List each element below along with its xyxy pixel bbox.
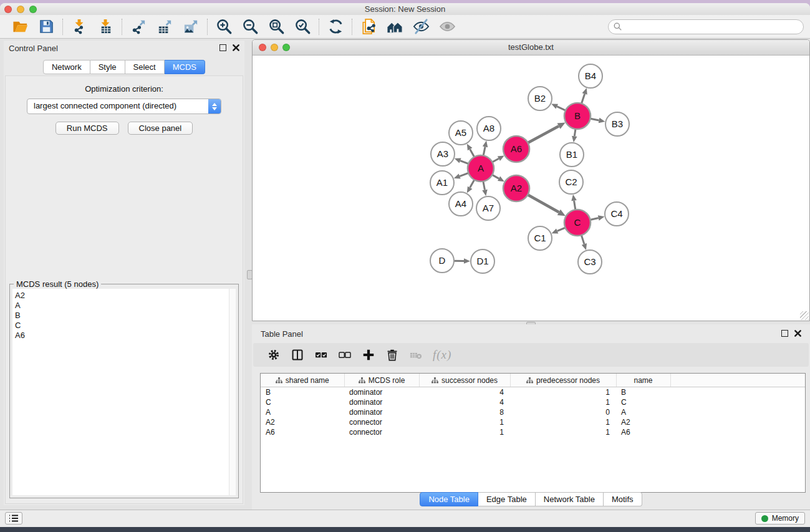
delete-column-button[interactable]	[385, 347, 399, 362]
mcds-result-item[interactable]: B	[15, 311, 229, 321]
table-row[interactable]: Adominator80A	[261, 407, 805, 417]
zoom-selected-button[interactable]	[292, 17, 313, 36]
table-cell[interactable]: 1	[510, 387, 616, 398]
table-cell[interactable]: C	[261, 397, 344, 407]
network-minimize-button[interactable]	[271, 44, 278, 51]
table-cell[interactable]: 0	[510, 407, 616, 417]
close-panel-button[interactable]: Close panel	[128, 122, 193, 135]
zoom-fit-button[interactable]	[266, 17, 287, 36]
memory-button[interactable]: Memory	[755, 512, 805, 525]
table-row[interactable]: Cdominator41C	[261, 397, 805, 407]
export-table-button[interactable]	[154, 17, 175, 36]
deselect-all-rows-button[interactable]	[338, 347, 352, 362]
table-cell[interactable]: B	[616, 387, 670, 398]
table-row[interactable]: A2connector11A2	[261, 417, 805, 427]
table-cell[interactable]: 1	[510, 397, 616, 407]
mcds-result-item[interactable]: A6	[15, 331, 229, 341]
graph-node-label: B2	[534, 93, 546, 104]
column-header-shared-name[interactable]: shared name	[261, 374, 344, 387]
show-task-history-button[interactable]	[5, 512, 22, 525]
table-cell[interactable]: C	[616, 397, 670, 407]
table-cell[interactable]: A	[616, 407, 670, 417]
tab-select[interactable]: Select	[125, 60, 165, 74]
close-table-panel-icon[interactable]	[794, 330, 801, 337]
close-window-button[interactable]	[4, 6, 12, 13]
tab-network-table[interactable]: Network Table	[536, 492, 604, 506]
table-cell[interactable]: A6	[261, 427, 344, 437]
column-header-predecessor-nodes[interactable]: predecessor nodes	[510, 374, 616, 387]
export-image-button[interactable]	[180, 17, 201, 36]
tab-style[interactable]: Style	[90, 60, 125, 74]
column-header-name[interactable]: name	[616, 374, 670, 387]
float-table-panel-icon[interactable]	[781, 330, 788, 337]
table-cell[interactable]: A6	[616, 427, 670, 437]
zoom-window-button[interactable]	[29, 6, 37, 13]
zoom-out-button[interactable]	[239, 17, 261, 36]
tab-mcds[interactable]: MCDS	[165, 60, 205, 74]
mcds-result-item[interactable]: C	[15, 321, 229, 331]
run-mcds-button[interactable]: Run MCDS	[55, 122, 119, 135]
hide-panels-button[interactable]	[410, 17, 432, 36]
table-cell[interactable]: connector	[344, 427, 419, 437]
new-session-from-selection-button[interactable]	[358, 17, 379, 36]
home-button[interactable]	[384, 17, 405, 36]
table-settings-button[interactable]	[267, 347, 281, 362]
table-cell[interactable]: connector	[344, 417, 419, 427]
open-file-button[interactable]	[9, 17, 31, 36]
table-cell[interactable]: 1	[510, 427, 616, 437]
table-row[interactable]: A6connector11A6	[261, 427, 805, 437]
edge-arrowhead	[598, 215, 605, 220]
table-row[interactable]: Bdominator41B	[261, 387, 805, 398]
network-zoom-button[interactable]	[282, 44, 290, 51]
add-column-button[interactable]	[362, 347, 375, 362]
show-panels-button[interactable]	[436, 17, 458, 36]
search-field[interactable]	[608, 19, 804, 34]
export-network-button[interactable]	[128, 17, 149, 36]
window-resize-grip[interactable]	[800, 311, 809, 320]
toggle-panel-layout-button[interactable]	[291, 347, 304, 362]
import-table-button[interactable]	[95, 17, 116, 36]
table-cell[interactable]: 1	[419, 417, 510, 427]
tab-edge-table[interactable]: Edge Table	[478, 492, 536, 506]
float-panel-icon[interactable]	[219, 44, 226, 51]
table-cell[interactable]: 1	[510, 417, 616, 427]
function-builder-button[interactable]: f(x)	[433, 347, 451, 362]
search-input[interactable]	[625, 21, 798, 33]
table-cell[interactable]: 8	[419, 407, 510, 417]
import-network-button[interactable]	[69, 17, 90, 36]
network-close-button[interactable]	[259, 44, 266, 51]
table-cell[interactable]: A2	[261, 417, 344, 427]
column-header-mcds-role[interactable]: MCDS role	[344, 374, 419, 387]
table-cell[interactable]: A	[261, 407, 344, 417]
table-cell[interactable]: 4	[419, 397, 510, 407]
minimize-window-button[interactable]	[17, 6, 24, 13]
mcds-result-item[interactable]: A2	[15, 291, 229, 301]
graph-node-label: A8	[483, 123, 494, 133]
table-toolbar: f(x)	[253, 343, 809, 367]
criterion-select[interactable]: largest connected component (directed)	[27, 99, 221, 114]
table-cell[interactable]: dominator	[344, 407, 419, 417]
table-cell[interactable]: B	[261, 387, 344, 398]
zoom-in-button[interactable]	[213, 17, 234, 36]
result-list-scrollbar[interactable]	[229, 289, 236, 495]
refresh-button[interactable]	[325, 17, 346, 36]
mcds-result-item[interactable]: A	[15, 301, 229, 311]
select-all-rows-button[interactable]	[314, 347, 328, 362]
node-table-container: shared nameMCDS rolesuccessor nodesprede…	[260, 373, 806, 493]
control-panel-title: Control Panel	[9, 44, 58, 53]
network-graph: B4B2BB3B1A5A8A6A3AA1A2C2A4A7C4CC1C3DD1	[253, 56, 809, 321]
tab-network[interactable]: Network	[43, 60, 90, 74]
save-session-button[interactable]	[36, 17, 57, 36]
tab-node-table[interactable]: Node Table	[420, 492, 478, 506]
close-panel-icon[interactable]	[233, 44, 239, 51]
delete-table-button[interactable]	[409, 347, 423, 362]
network-canvas[interactable]: B4B2BB3B1A5A8A6A3AA1A2C2A4A7C4CC1C3DD1	[253, 56, 809, 321]
tab-motifs[interactable]: Motifs	[604, 492, 642, 506]
table-cell[interactable]: 4	[419, 387, 510, 398]
table-cell[interactable]: dominator	[344, 387, 419, 398]
table-cell[interactable]: A2	[616, 417, 670, 427]
table-cell[interactable]: dominator	[344, 397, 419, 407]
graph-node-label: A5	[455, 127, 466, 138]
column-header-successor-nodes[interactable]: successor nodes	[419, 374, 510, 387]
table-cell[interactable]: 1	[419, 427, 510, 437]
